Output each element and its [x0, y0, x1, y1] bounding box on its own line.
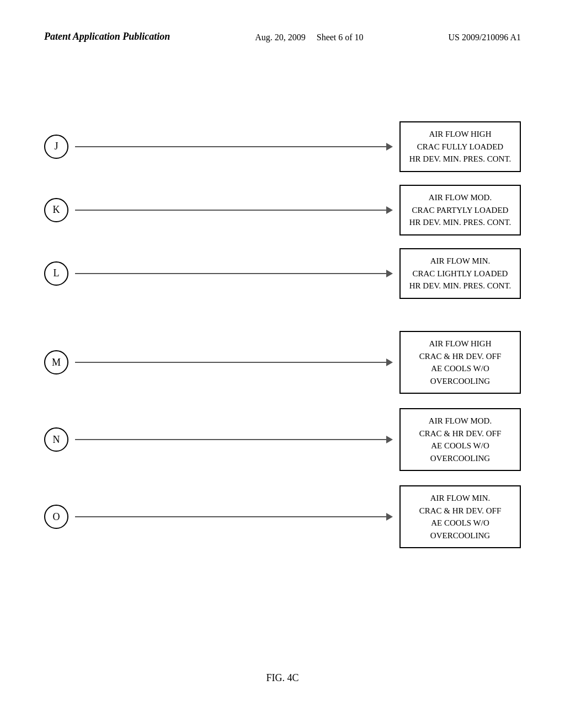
circle-k: K: [44, 198, 68, 222]
arrowhead-icon: [386, 270, 393, 277]
arrow-line-segment: [75, 146, 386, 147]
flow-box-m: AIR FLOW HIGHCRAC & HR DEV. OFFAE COOLS …: [399, 331, 521, 394]
header-center: Aug. 20, 2009 Sheet 6 of 10: [255, 30, 363, 45]
circle-j: J: [44, 135, 68, 159]
header-left-label: Patent Application Publication: [44, 30, 170, 43]
header-sheet: Sheet 6 of 10: [317, 33, 364, 42]
arrow-k: [75, 206, 393, 214]
header-date: Aug. 20, 2009: [255, 33, 306, 42]
arrow-m: [75, 358, 393, 366]
arrow-o: [75, 513, 393, 521]
arrow-j: [75, 143, 393, 151]
page: Patent Application Publication Aug. 20, …: [0, 0, 565, 728]
flow-box-o: AIR FLOW MIN.CRAC & HR DEV. OFFAE COOLS …: [399, 485, 521, 548]
diagram: JAIR FLOW HIGHCRAC FULLY LOADEDHR DEV. M…: [44, 94, 521, 640]
flow-box-k: AIR FLOW MOD.CRAC PARTYLY LOADEDHR DEV. …: [399, 185, 521, 235]
flow-box-n: AIR FLOW MOD.CRAC & HR DEV. OFFAE COOLS …: [399, 408, 521, 471]
arrowhead-icon: [386, 436, 393, 443]
flow-box-l: AIR FLOW MIN.CRAC LIGHTLY LOADEDHR DEV. …: [399, 248, 521, 299]
circle-m: M: [44, 350, 68, 374]
circle-o: O: [44, 505, 68, 529]
header: Patent Application Publication Aug. 20, …: [0, 30, 565, 45]
flow-row-j: JAIR FLOW HIGHCRAC FULLY LOADEDHR DEV. M…: [44, 121, 521, 172]
arrowhead-icon: [386, 206, 393, 214]
arrowhead-icon: [386, 143, 393, 151]
arrowhead-icon: [386, 358, 393, 366]
circle-n: N: [44, 427, 68, 452]
header-right-label: US 2009/210096 A1: [448, 30, 521, 45]
arrowhead-icon: [386, 513, 393, 521]
arrow-line-segment: [75, 362, 386, 363]
flow-row-k: KAIR FLOW MOD.CRAC PARTYLY LOADEDHR DEV.…: [44, 185, 521, 235]
arrow-line-segment: [75, 210, 386, 211]
arrow-line-segment: [75, 273, 386, 274]
arrow-line-segment: [75, 439, 386, 440]
arrow-n: [75, 436, 393, 443]
figure-caption: FIG. 4C: [0, 672, 565, 684]
flow-box-j: AIR FLOW HIGHCRAC FULLY LOADEDHR DEV. MI…: [399, 121, 521, 172]
flow-row-m: MAIR FLOW HIGHCRAC & HR DEV. OFFAE COOLS…: [44, 331, 521, 394]
circle-l: L: [44, 261, 68, 286]
arrow-l: [75, 270, 393, 277]
arrow-line-segment: [75, 516, 386, 517]
flow-row-n: NAIR FLOW MOD.CRAC & HR DEV. OFFAE COOLS…: [44, 408, 521, 471]
flow-row-o: OAIR FLOW MIN.CRAC & HR DEV. OFFAE COOLS…: [44, 485, 521, 548]
flow-row-l: LAIR FLOW MIN.CRAC LIGHTLY LOADEDHR DEV.…: [44, 248, 521, 299]
